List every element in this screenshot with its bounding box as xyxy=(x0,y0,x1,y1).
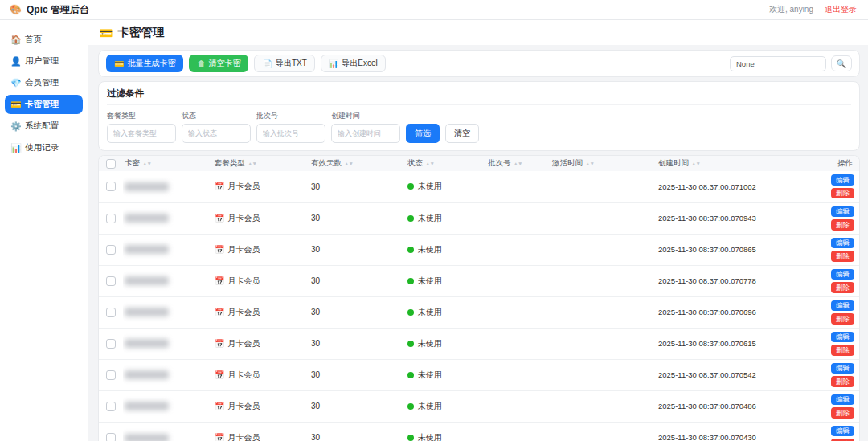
column-header[interactable]: 套餐类型▲▼ xyxy=(213,156,309,171)
edit-button[interactable]: 编辑 xyxy=(831,174,854,186)
sidebar-item-icon: 💳 xyxy=(10,100,21,110)
toolbar-button-label: 批量生成卡密 xyxy=(127,58,175,69)
delete-button[interactable]: 删除 xyxy=(831,345,854,356)
filter-field-input[interactable] xyxy=(182,124,251,143)
created-cell: 2025-11-30 08:37:00.070778 xyxy=(657,265,822,296)
table-row: 📅月卡会员 30 未使用 2025-11-30 08:37:00.070615 xyxy=(99,328,859,359)
filter-field-input[interactable] xyxy=(256,124,326,143)
toolbar-button[interactable]: 💳 批量生成卡密 xyxy=(106,55,183,72)
sort-icon[interactable]: ▲▼ xyxy=(142,161,151,166)
delete-button[interactable]: 删除 xyxy=(831,219,854,231)
filter-clear-button[interactable]: 清空 xyxy=(445,124,479,143)
card-key-masked xyxy=(125,308,169,316)
edit-button[interactable]: 编辑 xyxy=(831,269,854,280)
column-header-label: 有效天数 xyxy=(311,158,342,167)
sidebar-item[interactable]: 💎 会员管理 xyxy=(5,73,83,92)
table-row: 📅月卡会员 30 未使用 2025-11-30 08:37:00.070430 xyxy=(99,422,859,441)
batch-cell xyxy=(486,202,551,234)
filter-submit-button[interactable]: 筛选 xyxy=(406,124,440,143)
sidebar-item[interactable]: 💳 卡密管理 xyxy=(5,95,83,114)
filter-field-input[interactable] xyxy=(331,124,400,143)
column-header[interactable]: 创建时间▲▼ xyxy=(657,156,822,171)
toolbar: 💳 批量生成卡密 🗑 清空卡密 📄 导出TXT 📊 xyxy=(98,50,860,77)
column-header[interactable]: 有效天数▲▼ xyxy=(309,156,406,171)
batch-cell xyxy=(486,296,551,328)
status-cell: 未使用 xyxy=(406,234,486,265)
sidebar-item[interactable]: 📊 使用记录 xyxy=(5,138,83,157)
delete-button[interactable]: 删除 xyxy=(831,313,854,325)
row-checkbox[interactable] xyxy=(106,276,116,286)
toolbar-button[interactable]: 📄 导出TXT xyxy=(254,55,314,72)
table-row: 📅月卡会员 30 未使用 2025-11-30 08:37:00.070542 xyxy=(99,359,859,390)
delete-button[interactable]: 删除 xyxy=(831,188,854,199)
sort-icon[interactable]: ▲▼ xyxy=(344,161,353,166)
column-header[interactable]: 激活时间▲▼ xyxy=(551,156,657,171)
status-dot xyxy=(407,403,414,410)
app-title: Qpic 管理后台 xyxy=(27,3,89,17)
days-cell: 30 xyxy=(309,234,406,265)
sidebar: 🏠 首页 👤 用户管理 💎 会员管理 💳 卡密管理 ⚙️ 系统配置 xyxy=(0,20,88,441)
created-cell: 2025-11-30 08:37:00.070542 xyxy=(657,359,822,390)
row-checkbox[interactable] xyxy=(106,214,116,223)
sort-icon[interactable]: ▲▼ xyxy=(514,161,522,166)
activated-cell xyxy=(551,296,657,328)
created-cell: 2025-11-30 08:37:00.071002 xyxy=(657,171,822,202)
sidebar-item[interactable]: ⚙️ 系统配置 xyxy=(5,116,83,136)
row-checkbox[interactable] xyxy=(106,370,116,380)
delete-button[interactable]: 删除 xyxy=(831,251,854,262)
sort-icon[interactable]: ▲▼ xyxy=(585,161,594,166)
row-checkbox[interactable] xyxy=(106,308,116,317)
package-cell: 📅月卡会员 xyxy=(213,359,309,390)
filter-field-input[interactable] xyxy=(107,124,176,143)
edit-button[interactable]: 编辑 xyxy=(831,206,854,218)
toolbar-button[interactable]: 🗑 清空卡密 xyxy=(189,55,248,72)
delete-button[interactable]: 删除 xyxy=(831,376,854,387)
sidebar-item-label: 卡密管理 xyxy=(25,99,59,110)
actions-cell: 编辑 删除 xyxy=(822,171,859,202)
search-button[interactable]: 🔍 xyxy=(831,55,852,71)
row-checkbox[interactable] xyxy=(106,339,116,349)
delete-button[interactable]: 删除 xyxy=(831,407,854,419)
row-checkbox[interactable] xyxy=(106,433,116,441)
card-key-masked xyxy=(125,245,169,254)
status-dot xyxy=(407,183,414,190)
package-label: 月卡会员 xyxy=(227,402,260,410)
created-cell: 2025-11-30 08:37:00.070943 xyxy=(657,202,822,234)
table-row: 📅月卡会员 30 未使用 2025-11-30 08:37:00.070778 xyxy=(99,265,859,296)
status-label: 未使用 xyxy=(418,402,442,410)
card-key-masked xyxy=(125,402,169,410)
edit-button[interactable]: 编辑 xyxy=(831,300,854,312)
sort-icon[interactable]: ▲▼ xyxy=(248,161,256,166)
actions-cell: 编辑 删除 xyxy=(822,328,859,359)
actions-cell: 编辑 删除 xyxy=(822,296,859,328)
edit-button[interactable]: 编辑 xyxy=(831,363,854,374)
column-header[interactable]: 操作▲▼ xyxy=(822,156,859,171)
row-checkbox[interactable] xyxy=(106,402,116,411)
search-input[interactable] xyxy=(730,56,826,71)
row-checkbox[interactable] xyxy=(106,245,116,255)
sidebar-item-label: 会员管理 xyxy=(25,77,59,88)
batch-cell xyxy=(486,359,551,390)
sidebar-item[interactable]: 👤 用户管理 xyxy=(5,51,83,71)
toolbar-button[interactable]: 📊 导出Excel xyxy=(321,55,386,72)
edit-button[interactable]: 编辑 xyxy=(831,238,854,249)
sidebar-item[interactable]: 🏠 首页 xyxy=(5,30,83,49)
column-header[interactable]: 批次号▲▼ xyxy=(486,156,551,171)
sort-icon[interactable]: ▲▼ xyxy=(425,161,434,166)
filter-field: 创建时间 xyxy=(331,111,400,143)
delete-button[interactable]: 删除 xyxy=(831,282,854,293)
column-header[interactable]: 卡密▲▼ xyxy=(123,156,213,171)
edit-button[interactable]: 编辑 xyxy=(831,426,854,437)
row-checkbox[interactable] xyxy=(106,182,116,191)
edit-button[interactable]: 编辑 xyxy=(831,332,854,343)
edit-button[interactable]: 编辑 xyxy=(831,394,854,406)
select-all-checkbox[interactable] xyxy=(106,159,116,169)
status-cell: 未使用 xyxy=(406,390,486,422)
package-label: 月卡会员 xyxy=(227,214,260,223)
logout-link[interactable]: 退出登录 xyxy=(825,4,857,15)
status-cell: 未使用 xyxy=(406,202,486,234)
column-header[interactable]: 状态▲▼ xyxy=(406,156,486,171)
sort-icon[interactable]: ▲▼ xyxy=(691,161,700,166)
days-cell: 30 xyxy=(309,171,406,202)
package-label: 月卡会员 xyxy=(227,182,260,190)
